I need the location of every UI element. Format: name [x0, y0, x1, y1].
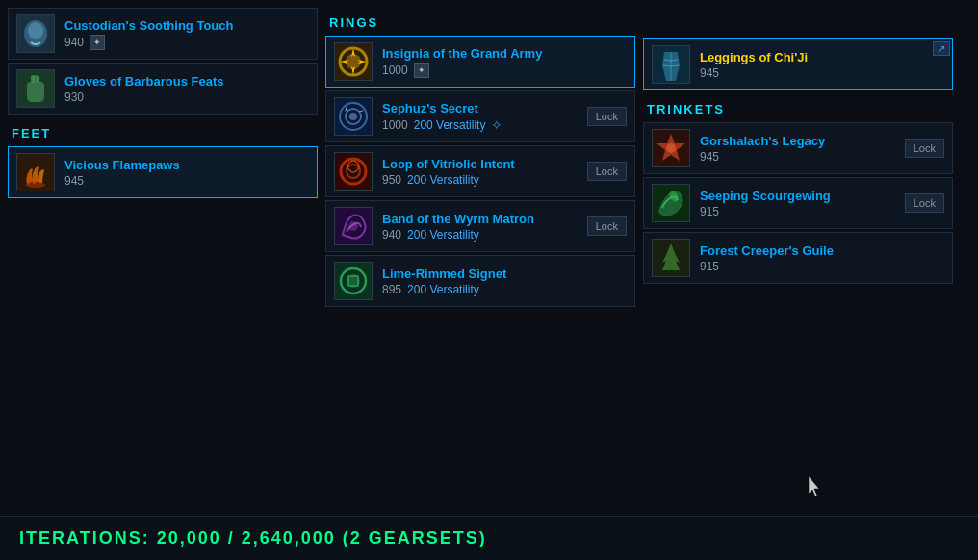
- item-loop-vitriolic[interactable]: Loop of Vitriolic Intent 950 200 Versati…: [325, 145, 635, 197]
- item-icon-custodians: [16, 14, 55, 53]
- item-ilvl-leggings: 945: [700, 66, 719, 80]
- item-ilvl-band: 940: [382, 228, 401, 242]
- item-stats-gorshalach: 945: [700, 150, 905, 164]
- item-info-sephuz: Sephuz's Secret 1000 200 Versatility ✧: [382, 101, 587, 133]
- trinkets-section-header: TRINKETS: [643, 94, 953, 122]
- item-stats-gloves: 930: [64, 90, 309, 104]
- item-info-band: Band of the Wyrm Matron 940 200 Versatil…: [382, 212, 587, 242]
- item-leggings-chiji[interactable]: ↗ Leggings of Chi'Ji 945: [643, 38, 953, 90]
- item-icon-gorshalach: [652, 129, 690, 167]
- item-icon-leggings: [652, 45, 690, 84]
- item-icon-loop: [334, 152, 373, 191]
- item-stats-forest: 915: [700, 260, 944, 273]
- item-sephuzs-secret[interactable]: Sephuz's Secret 1000 200 Versatility ✧ L…: [325, 90, 635, 142]
- item-info-insignia: Insignia of the Grand Army 1000 ✦: [382, 46, 627, 78]
- item-name-gloves: Gloves of Barbarous Feats: [64, 74, 309, 89]
- leggings-badge: ↗: [933, 41, 950, 56]
- trinkets-section: TRINKETS Gorshalach's Legacy 945: [643, 94, 953, 284]
- iterations-bar: ITERATIONS: 20,000 / 2,640,000 (2 GEARSE…: [0, 516, 978, 560]
- item-name-forest: Forest Creeper's Guile: [700, 243, 944, 258]
- lock-button-gorshalach[interactable]: Lock: [905, 139, 944, 158]
- item-stats-seeping: 915: [700, 205, 905, 218]
- item-info-gloves: Gloves of Barbarous Feats 930: [64, 74, 309, 104]
- lock-button-seeping[interactable]: Lock: [905, 193, 944, 213]
- versatility-icon-sephuz: ✧: [491, 117, 502, 133]
- item-stat-loop: 200 Versatility: [407, 173, 479, 187]
- item-ilvl-sephuz: 1000: [382, 118, 408, 132]
- item-icon-band: [334, 207, 373, 245]
- item-stat-sephuz: 200 Versatility: [414, 118, 486, 132]
- item-icon-sephuz: [334, 97, 373, 136]
- item-custodians-soothing-touch[interactable]: Custodian's Soothing Touch 940 ✦: [8, 8, 318, 60]
- item-ilvl-flamepaws: 945: [64, 174, 84, 188]
- item-name-seeping: Seeping Scourgewing: [700, 189, 905, 203]
- item-info-flamepaws: Vicious Flamepaws 945: [64, 158, 309, 188]
- item-icon-lime: [334, 262, 373, 300]
- item-stats-leggings: 945: [700, 66, 944, 80]
- item-ilvl-gorshalach: 945: [700, 150, 719, 164]
- item-ilvl-gloves: 930: [64, 90, 84, 104]
- item-icon-gloves: [16, 69, 55, 108]
- item-stats-lime: 895 200 Versatility: [382, 283, 627, 296]
- item-icon-seeping: [652, 184, 690, 222]
- item-name-leggings: Leggings of Chi'Ji: [700, 50, 944, 64]
- item-ilvl-custodians: 940: [64, 36, 84, 49]
- item-name-insignia: Insignia of the Grand Army: [382, 46, 627, 61]
- feet-section: FEET Vicious Flamepaws: [8, 118, 318, 198]
- rings-section-header: RINGS: [325, 8, 635, 36]
- item-ilvl-seeping: 915: [700, 205, 719, 218]
- item-info-forest: Forest Creeper's Guile 915: [700, 243, 944, 273]
- item-ilvl-lime: 895: [382, 283, 401, 296]
- item-stats-band: 940 200 Versatility: [382, 228, 587, 242]
- svg-rect-5: [37, 76, 39, 83]
- svg-point-10: [346, 54, 361, 69]
- item-stat-band: 200 Versatility: [407, 228, 479, 242]
- item-stat-lime: 200 Versatility: [407, 283, 479, 296]
- item-info-gorshalach: Gorshalach's Legacy 945: [700, 134, 905, 164]
- bonus-icon-custodians: ✦: [90, 35, 105, 50]
- svg-point-2: [28, 22, 43, 39]
- item-ilvl-loop: 950: [382, 173, 401, 187]
- item-info-custodians: Custodian's Soothing Touch 940 ✦: [64, 18, 309, 50]
- item-name-loop: Loop of Vitriolic Intent: [382, 157, 587, 171]
- item-stats-loop: 950 200 Versatility: [382, 173, 587, 187]
- lock-button-loop[interactable]: Lock: [587, 162, 627, 181]
- svg-point-7: [26, 182, 45, 188]
- item-band-wyrm[interactable]: Band of the Wyrm Matron 940 200 Versatil…: [325, 200, 635, 252]
- item-ilvl-insignia: 1000: [382, 64, 408, 77]
- item-icon-flamepaws: [16, 153, 55, 191]
- item-name-band: Band of the Wyrm Matron: [382, 212, 587, 226]
- svg-rect-4: [31, 75, 35, 83]
- rings-section: RINGS: [325, 8, 635, 307]
- item-name-custodians: Custodian's Soothing Touch: [64, 18, 309, 33]
- item-insignia-grand-army[interactable]: Insignia of the Grand Army 1000 ✦: [325, 36, 635, 88]
- item-forest-creepers-guile[interactable]: Forest Creeper's Guile 915: [643, 232, 953, 284]
- item-info-leggings: Leggings of Chi'Ji 945: [700, 50, 944, 80]
- item-icon-insignia: [334, 42, 373, 81]
- item-stats-insignia: 1000 ✦: [382, 63, 627, 78]
- item-lime-rimmed[interactable]: Lime-Rimmed Signet 895 200 Versatility: [325, 255, 635, 307]
- feet-section-header: FEET: [8, 118, 318, 146]
- lock-button-band[interactable]: Lock: [587, 216, 627, 236]
- item-icon-forest: [652, 239, 690, 277]
- item-info-seeping: Seeping Scourgewing 915: [700, 189, 905, 218]
- item-name-lime: Lime-Rimmed Signet: [382, 267, 627, 281]
- item-seeping-scourgewing[interactable]: Seeping Scourgewing 915 Lock: [643, 177, 953, 229]
- svg-point-26: [666, 143, 676, 153]
- bonus-icon-insignia: ✦: [414, 63, 429, 78]
- item-info-loop: Loop of Vitriolic Intent 950 200 Versati…: [382, 157, 587, 187]
- item-stats-flamepaws: 945: [64, 174, 309, 188]
- item-stats-sephuz: 1000 200 Versatility ✧: [382, 117, 587, 133]
- item-gloves-barbarous[interactable]: Gloves of Barbarous Feats 930: [8, 63, 318, 115]
- svg-point-14: [349, 113, 357, 120]
- item-stats-custodians: 940 ✦: [64, 35, 309, 50]
- leggings-top-area: ↗ Leggings of Chi'Ji 945: [643, 38, 953, 90]
- lock-button-sephuz[interactable]: Lock: [587, 107, 627, 126]
- item-gorshalachs-legacy[interactable]: Gorshalach's Legacy 945 Lock: [643, 122, 953, 174]
- item-ilvl-forest: 915: [700, 260, 719, 273]
- item-vicious-flamepaws[interactable]: Vicious Flamepaws 945: [8, 146, 318, 198]
- iterations-text: ITERATIONS: 20,000 / 2,640,000 (2 GEARSE…: [19, 528, 487, 548]
- item-info-lime: Lime-Rimmed Signet 895 200 Versatility: [382, 267, 627, 296]
- svg-point-19: [348, 221, 358, 231]
- item-name-gorshalach: Gorshalach's Legacy: [700, 134, 905, 148]
